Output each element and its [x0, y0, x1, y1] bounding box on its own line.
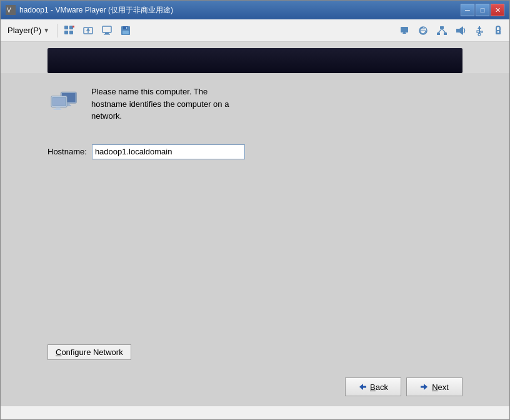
- configure-network-button[interactable]: Configure Network: [48, 344, 131, 360]
- svg-rect-2: [64, 26, 68, 29]
- hostname-input[interactable]: [92, 144, 245, 159]
- back-arrow-icon: [358, 382, 367, 391]
- computers-icon: [49, 88, 81, 116]
- svg-rect-23: [444, 32, 447, 35]
- title-bar-buttons: ─ □ ✕: [461, 4, 504, 16]
- svg-point-35: [498, 31, 499, 32]
- description-container: Please name this computer. The hostname …: [91, 86, 229, 122]
- svg-text:V: V: [7, 7, 11, 14]
- svg-rect-13: [123, 26, 128, 29]
- power-icon: [399, 25, 410, 36]
- keyboard-icon: [418, 25, 429, 36]
- svg-rect-30: [477, 31, 479, 32]
- svg-point-33: [478, 33, 481, 36]
- player-menu-label: Player(P): [8, 26, 41, 35]
- player-menu-arrow: ▼: [43, 27, 49, 34]
- toolbar-right: [396, 22, 507, 39]
- toolbar-grid-button[interactable]: [61, 22, 78, 39]
- arrow-icon: [82, 25, 94, 36]
- main-window: V hadoop1 - VMware Player (仅用于非商业用途) ─ □…: [0, 0, 510, 420]
- status-bar: [1, 406, 509, 419]
- svg-rect-9: [102, 26, 111, 32]
- svg-rect-31: [481, 31, 482, 32]
- toolbar-arrow-button[interactable]: [79, 22, 97, 39]
- floppy-icon: [120, 25, 131, 36]
- usb-icon: [474, 25, 485, 36]
- hostname-row: Hostname:: [48, 144, 462, 159]
- next-button[interactable]: Next: [406, 378, 462, 396]
- svg-rect-21: [440, 26, 444, 29]
- svg-rect-43: [53, 109, 61, 110]
- svg-rect-22: [437, 32, 440, 35]
- window-title: hadoop1 - VMware Player (仅用于非商业用途): [19, 5, 173, 16]
- svg-rect-11: [104, 34, 110, 35]
- svg-marker-29: [478, 26, 481, 29]
- svg-rect-14: [122, 31, 129, 34]
- sound-icon: [455, 25, 466, 36]
- network-icon: [436, 25, 448, 36]
- vm-content: Please name this computer. The hostname …: [1, 73, 509, 335]
- title-bar-left: V hadoop1 - VMware Player (仅用于非商业用途): [6, 5, 173, 16]
- minimize-button[interactable]: ─: [461, 4, 474, 16]
- toolbar-monitor-button[interactable]: [98, 22, 116, 39]
- svg-rect-10: [105, 32, 109, 34]
- next-label: Next: [432, 382, 449, 392]
- svg-marker-27: [459, 26, 463, 35]
- svg-rect-4: [64, 31, 68, 34]
- nav-buttons: Back Next: [1, 372, 509, 406]
- configure-network-label: Configure Network: [56, 348, 123, 357]
- svg-rect-15: [126, 27, 128, 29]
- maximize-button[interactable]: □: [476, 4, 489, 16]
- lock-icon: [492, 25, 504, 36]
- svg-rect-44: [52, 98, 65, 106]
- vmware-icon: V: [6, 5, 16, 15]
- toolbar-power-button[interactable]: [396, 22, 413, 39]
- svg-rect-46: [361, 386, 366, 388]
- toolbar-floppy-button[interactable]: [117, 22, 134, 39]
- title-bar: V hadoop1 - VMware Player (仅用于非商业用途) ─ □…: [1, 1, 509, 19]
- next-arrow-icon: [420, 382, 429, 391]
- description-line2: hostname identifies the computer on a: [91, 98, 229, 111]
- back-label: Back: [370, 382, 388, 392]
- vm-header-bar: [48, 48, 462, 73]
- svg-rect-42: [56, 107, 60, 109]
- vm-bottom: Configure Network: [1, 335, 509, 372]
- back-button[interactable]: Back: [345, 378, 401, 396]
- monitor-icon: [101, 25, 112, 36]
- toolbar-separator-1: [57, 24, 58, 38]
- computer-icon: [48, 86, 82, 117]
- svg-rect-6: [72, 26, 74, 28]
- close-button[interactable]: ✕: [491, 4, 504, 16]
- svg-rect-26: [456, 29, 459, 32]
- toolbar-sound-button[interactable]: [452, 22, 469, 39]
- vm-screen: Please name this computer. The hostname …: [1, 42, 509, 406]
- toolbar: Player(P) ▼: [1, 19, 509, 42]
- hostname-label: Hostname:: [48, 147, 87, 156]
- grid-icon: [64, 25, 75, 36]
- description-line1: Please name this computer. The: [91, 86, 229, 98]
- svg-line-24: [439, 29, 442, 32]
- toolbar-lock-button[interactable]: [489, 22, 507, 39]
- toolbar-network-button[interactable]: [433, 22, 451, 39]
- svg-line-25: [442, 29, 446, 32]
- player-menu[interactable]: Player(P) ▼: [3, 22, 54, 39]
- computer-name-section: Please name this computer. The hostname …: [48, 86, 462, 122]
- toolbar-usb-button[interactable]: [471, 22, 488, 39]
- svg-rect-5: [69, 31, 73, 34]
- svg-rect-48: [421, 386, 426, 388]
- description-line3: network.: [91, 110, 229, 122]
- toolbar-keyboard-button[interactable]: [414, 22, 432, 39]
